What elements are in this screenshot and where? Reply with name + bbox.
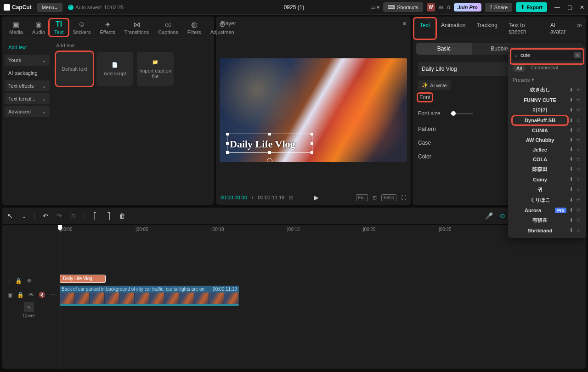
tab-audio[interactable]: ◉Audio bbox=[28, 19, 50, 36]
font-item[interactable]: DynaPuff-SB⬇☆ bbox=[511, 115, 583, 125]
playhead[interactable] bbox=[60, 225, 60, 369]
sidebar-text-effects[interactable]: Text effects bbox=[5, 80, 50, 91]
inspector-tab-tts[interactable]: Text to speech bbox=[503, 18, 545, 39]
download-icon[interactable]: ⬇ bbox=[569, 137, 573, 143]
star-icon[interactable]: ☆ bbox=[576, 217, 581, 223]
font-filter-all[interactable]: All bbox=[513, 65, 526, 72]
download-icon[interactable]: ⬇ bbox=[569, 166, 573, 172]
download-icon[interactable]: ⬇ bbox=[569, 176, 573, 182]
subtab-basic[interactable]: Basic bbox=[416, 43, 472, 55]
timeline-ruler[interactable]: |00:00|00:05|00:10|00:15|00:20|00:25|00:… bbox=[56, 225, 586, 236]
inspector-tab-animation[interactable]: Animation bbox=[435, 18, 471, 39]
font-item[interactable]: 이야기⬇☆ bbox=[511, 105, 583, 115]
download-icon[interactable]: ⬇ bbox=[569, 127, 573, 133]
sidebar-text-templates[interactable]: Text templ... bbox=[5, 93, 50, 104]
text-selection-box[interactable] bbox=[227, 134, 312, 153]
play-button[interactable]: ▶ bbox=[314, 194, 319, 201]
lock-icon[interactable]: 🔒 bbox=[15, 278, 22, 284]
download-icon[interactable]: ⬇ bbox=[569, 87, 573, 93]
star-icon[interactable]: ☆ bbox=[576, 137, 581, 143]
font-item[interactable]: くりほこ⬇☆ bbox=[511, 195, 583, 205]
split-right-icon[interactable]: ⎤ bbox=[105, 212, 112, 220]
split-icon[interactable]: ⎍ bbox=[69, 212, 77, 220]
ratio-button[interactable]: Ratio bbox=[381, 194, 396, 201]
inspector-tabs-overflow[interactable]: ≫ bbox=[575, 18, 584, 39]
export-button[interactable]: ⬆ Export bbox=[516, 2, 547, 12]
font-item[interactable]: 吹き出し⬇☆ bbox=[511, 85, 583, 95]
eye-icon[interactable]: 👁 bbox=[28, 292, 34, 298]
rotate-handle-icon[interactable] bbox=[267, 158, 272, 162]
download-icon[interactable]: ⬇ bbox=[569, 197, 573, 203]
font-size-slider[interactable] bbox=[450, 113, 473, 114]
star-icon[interactable]: ☆ bbox=[576, 118, 581, 124]
star-icon[interactable]: ☆ bbox=[576, 107, 581, 113]
inspector-tab-tracking[interactable]: Tracking bbox=[471, 18, 503, 39]
minimize-icon[interactable]: — bbox=[554, 4, 560, 11]
share-button[interactable]: ⤴ Share bbox=[485, 3, 512, 12]
tab-filters[interactable]: ◍Filters bbox=[183, 19, 206, 36]
star-icon[interactable]: ☆ bbox=[576, 227, 581, 233]
sidebar-add-text[interactable]: Add text bbox=[5, 42, 50, 53]
user-avatar[interactable]: W bbox=[427, 3, 435, 11]
sidebar-advanced[interactable]: Advanced bbox=[5, 106, 50, 117]
full-button[interactable]: Full bbox=[356, 194, 368, 201]
inspector-tab-avatar[interactable]: AI avatar bbox=[545, 18, 575, 39]
font-item[interactable]: Jellee⬇☆ bbox=[511, 145, 583, 154]
crop-icon[interactable]: ⊡ bbox=[373, 195, 377, 201]
font-item[interactable]: FUNNY CUTE⬇☆ bbox=[511, 95, 583, 105]
tile-import-caption[interactable]: 📁Import caption file bbox=[137, 52, 174, 86]
download-icon[interactable]: ⬇ bbox=[569, 156, 573, 162]
star-icon[interactable]: ☆ bbox=[576, 127, 581, 133]
font-search-input[interactable] bbox=[512, 50, 582, 61]
star-icon[interactable]: ☆ bbox=[576, 97, 581, 103]
font-item[interactable]: AW Chubby⬇☆ bbox=[511, 135, 583, 145]
mute-icon[interactable]: 🔇 bbox=[39, 292, 45, 298]
text-clip[interactable]: Daily Life Vlog bbox=[60, 275, 106, 283]
select-tool-icon[interactable]: ↖ bbox=[6, 212, 14, 220]
font-item[interactable]: AuroraPro⬇☆ bbox=[511, 205, 583, 215]
sidebar-ai-packaging[interactable]: AI packaging bbox=[5, 68, 50, 79]
toggle-icon[interactable]: ⊙ bbox=[499, 212, 506, 220]
font-item[interactable]: 有猫在⬇☆ bbox=[511, 215, 583, 225]
fullscreen-icon[interactable]: ⛶ bbox=[401, 195, 406, 200]
font-item[interactable]: Shrikhand⬇☆ bbox=[511, 225, 583, 235]
download-icon[interactable]: ⬇ bbox=[569, 227, 573, 233]
download-icon[interactable]: ⬇ bbox=[569, 118, 573, 124]
tool-dropdown-icon[interactable] bbox=[20, 212, 28, 220]
cover-button[interactable]: ✎Cover bbox=[2, 300, 56, 320]
tile-add-script[interactable]: 📄Add script bbox=[96, 52, 133, 86]
star-icon[interactable]: ☆ bbox=[576, 156, 581, 162]
star-icon[interactable]: ☆ bbox=[576, 207, 581, 213]
download-icon[interactable]: ⬇ bbox=[569, 207, 573, 213]
font-item[interactable]: Coiny⬇☆ bbox=[511, 175, 583, 184]
eye-icon[interactable]: 👁 bbox=[27, 278, 32, 284]
font-filter-commercial[interactable]: Commercial bbox=[531, 65, 558, 72]
star-icon[interactable]: ☆ bbox=[576, 197, 581, 203]
star-icon[interactable]: ☆ bbox=[576, 186, 581, 192]
tab-captions[interactable]: ㏄Captions bbox=[153, 19, 182, 36]
split-left-icon[interactable]: ⎡ bbox=[91, 212, 98, 220]
font-item[interactable]: 귀⬇☆ bbox=[511, 184, 583, 195]
text-track-head[interactable]: T🔒👁 bbox=[2, 276, 56, 287]
shortcuts-button[interactable]: ⌨ Shortcuts bbox=[383, 2, 423, 12]
font-item[interactable]: 陈森田⬇☆ bbox=[511, 164, 583, 175]
lock-icon[interactable]: 🔒 bbox=[17, 292, 24, 298]
video-clip[interactable]: Back of car parked in background of city… bbox=[60, 286, 239, 306]
star-icon[interactable]: ☆ bbox=[576, 87, 581, 93]
join-pro-button[interactable]: Join Pro bbox=[454, 3, 481, 11]
tab-stickers[interactable]: ☺Stickers bbox=[68, 19, 95, 36]
maximize-icon[interactable]: ▢ bbox=[567, 4, 572, 11]
font-item[interactable]: CUNIA⬇☆ bbox=[511, 125, 583, 135]
star-icon[interactable]: ☆ bbox=[576, 147, 581, 152]
ai-writer-button[interactable]: ✨ AI write bbox=[418, 80, 451, 90]
download-icon[interactable]: ⬇ bbox=[569, 217, 573, 223]
undo-icon[interactable]: ↶ bbox=[42, 212, 49, 220]
close-icon[interactable]: ✕ bbox=[580, 4, 584, 11]
download-icon[interactable]: ⬇ bbox=[569, 186, 573, 192]
video-preview[interactable]: Daily Life Vlog bbox=[220, 58, 407, 162]
sidebar-yours[interactable]: Yours bbox=[5, 55, 50, 66]
player-menu-icon[interactable]: ≡ bbox=[403, 20, 406, 27]
delete-icon[interactable]: 🗑 bbox=[119, 212, 126, 220]
tab-text[interactable]: TIText bbox=[50, 19, 68, 36]
menu-button[interactable]: Menu bbox=[37, 3, 63, 12]
